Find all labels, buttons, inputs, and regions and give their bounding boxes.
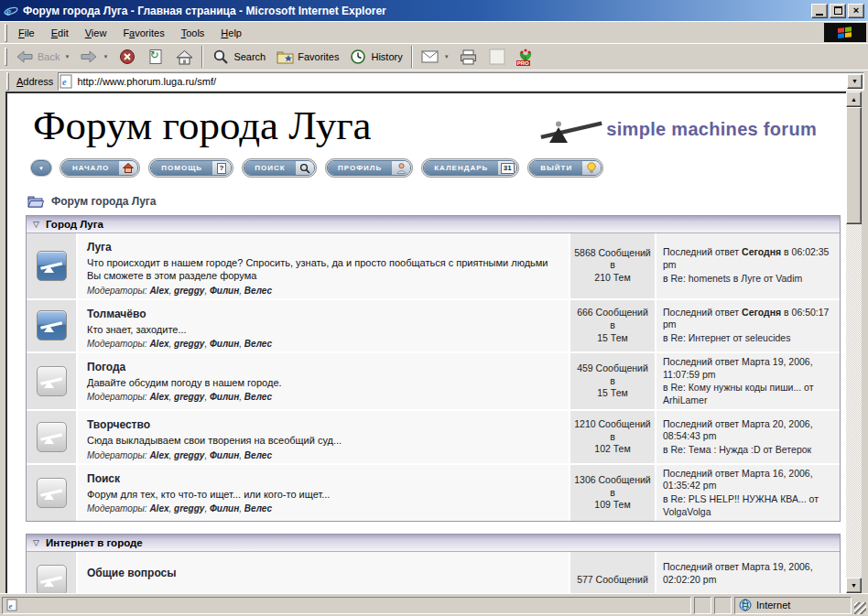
board-link[interactable]: Толмачёво: [87, 308, 146, 320]
moderator-link[interactable]: Велес: [244, 450, 272, 460]
nav-help-button[interactable]: ПОМОЩЬ ?: [148, 158, 233, 178]
menu-label: iew: [92, 27, 107, 38]
back-button[interactable]: Back ▼: [11, 46, 74, 69]
collapse-triangle-icon[interactable]: ▽: [33, 539, 39, 547]
moderator-link[interactable]: greggy: [174, 339, 204, 349]
menu-file[interactable]: File: [10, 24, 43, 42]
scroll-thumb[interactable]: [846, 107, 862, 224]
moderator-link[interactable]: Alex: [149, 392, 168, 402]
board-stats: 1210 Сообщений в 102 Тем: [570, 411, 655, 462]
menu-favorites[interactable]: Favorites: [114, 24, 172, 42]
lastpost-user-link[interactable]: VolgaVolga: [663, 506, 711, 517]
board-link[interactable]: Общие вопросы: [87, 567, 176, 579]
home-button[interactable]: [170, 46, 198, 69]
edit-button[interactable]: [483, 46, 511, 69]
board-stats: 5868 Сообщений в 210 Тем: [570, 233, 655, 298]
menu-edit[interactable]: Edit: [43, 24, 77, 42]
moderator-link[interactable]: greggy: [174, 286, 204, 296]
scroll-down-button[interactable]: ▼: [846, 578, 862, 593]
lastpost-prefix: Последний ответ: [663, 468, 739, 479]
board-status-icon-off: [37, 478, 67, 508]
lastpost-user-link[interactable]: ArhiLamer: [663, 394, 707, 405]
arrow-up-icon: ▲: [851, 96, 857, 103]
lastpost-today: Сегодня: [742, 246, 781, 257]
resize-grip[interactable]: [854, 602, 866, 614]
minimize-button[interactable]: [811, 4, 828, 18]
nav-calendar-button[interactable]: КАЛЕНДАРЬ 31: [421, 158, 519, 178]
history-button[interactable]: History: [344, 46, 407, 69]
moderator-link[interactable]: Велес: [244, 503, 272, 513]
lastpost-topic-link[interactable]: Re: Интернет: [671, 332, 731, 343]
moderator-link[interactable]: Филин: [210, 339, 239, 349]
lastpost-user-link[interactable]: seleucides: [745, 332, 791, 343]
lastpost-user-link[interactable]: Ветерок: [776, 444, 811, 455]
moderator-link[interactable]: Alex: [149, 450, 168, 460]
nav-search-button[interactable]: ПОИСК: [242, 158, 317, 178]
moderator-link[interactable]: Филин: [210, 286, 239, 296]
scroll-up-button[interactable]: ▲: [846, 92, 862, 107]
lastpost-topic-link[interactable]: Re: Кому нужны коды пиши...: [671, 382, 802, 393]
address-input[interactable]: [75, 76, 844, 87]
moderator-link[interactable]: Alex: [149, 503, 168, 513]
menu-help[interactable]: Help: [212, 24, 250, 42]
moderator-link[interactable]: greggy: [174, 392, 204, 402]
menu-view[interactable]: View: [77, 24, 115, 42]
pro-badge: PRO: [516, 60, 530, 66]
nav-profile-button[interactable]: ПРОФИЛЬ: [325, 158, 413, 178]
toolbar-grip[interactable]: [6, 72, 9, 91]
board-description: Кто знает, заходите...: [87, 323, 559, 336]
collapse-triangle-icon[interactable]: ▽: [33, 221, 39, 229]
moderator-link[interactable]: Филин: [210, 503, 239, 513]
toolbar-grip[interactable]: [5, 24, 7, 42]
board-link[interactable]: Поиск: [87, 472, 120, 485]
smf-logo: simple machines forum: [538, 110, 817, 148]
history-icon: [349, 48, 367, 66]
board-link[interactable]: Творчество: [87, 418, 150, 431]
lastpost-in: в: [663, 273, 668, 284]
stop-button[interactable]: [114, 46, 141, 69]
moderator-link[interactable]: greggy: [174, 450, 204, 460]
maximize-button[interactable]: [830, 4, 846, 18]
moderator-link[interactable]: Филин: [210, 392, 239, 402]
stats-in: в: [610, 259, 615, 272]
favorites-button[interactable]: Favorites: [271, 46, 343, 69]
board-icon-cell: [27, 465, 76, 522]
search-icon: [212, 48, 230, 66]
moderator-link[interactable]: Филин: [210, 450, 239, 460]
menu-tools[interactable]: Tools: [173, 24, 213, 42]
board-link[interactable]: Погода: [87, 361, 125, 373]
moderator-link[interactable]: Alex: [149, 286, 168, 296]
nav-logout-button[interactable]: ВЫЙТИ: [527, 158, 603, 178]
board-lastpost: Последний ответ Сегодня в 06:02:35 pm в …: [656, 233, 840, 298]
moderator-link[interactable]: Велес: [244, 392, 272, 402]
toolbar-grip[interactable]: [5, 48, 7, 66]
moderator-link[interactable]: Велес: [244, 339, 272, 349]
lastpost-user-link[interactable]: Vadim: [776, 273, 802, 284]
search-button[interactable]: Search: [207, 46, 270, 69]
category-title-link[interactable]: Город Луга: [46, 219, 103, 230]
vertical-scrollbar[interactable]: ▲ ▼: [846, 92, 862, 593]
mail-button[interactable]: ▼: [417, 46, 454, 69]
moderator-link[interactable]: Велес: [244, 286, 272, 296]
home-icon: [119, 161, 137, 175]
address-dropdown-button[interactable]: ▼: [847, 74, 863, 89]
forward-button[interactable]: ▼: [75, 46, 113, 69]
lastpost-topic-link[interactable]: Re: homenets в Луге: [671, 273, 761, 284]
translator-pro-button[interactable]: PRO: [512, 46, 539, 69]
moderator-link[interactable]: Alex: [149, 339, 168, 349]
board-posts-count: 459 Сообщений: [577, 362, 648, 375]
moderator-link[interactable]: greggy: [174, 503, 204, 513]
print-button[interactable]: [455, 46, 483, 69]
board-status-icon-off: [37, 366, 67, 396]
category-title-link[interactable]: Интернет в городе: [46, 537, 143, 548]
collapse-header-button[interactable]: ▼: [31, 160, 51, 176]
board-lastpost: Последний ответ Марта 19, 2006, 02:02:20…: [656, 552, 840, 593]
lastpost-topic-link[interactable]: Re: PLS HELP!! НУЖНА КВА...: [671, 493, 807, 504]
board-posts-count: 5868 Сообщений: [574, 247, 650, 260]
board-link[interactable]: Луга: [87, 241, 112, 254]
category-header: ▽ Интернет в городе: [27, 535, 840, 552]
nav-home-button[interactable]: НАЧАЛО: [60, 158, 140, 178]
lastpost-topic-link[interactable]: Re: Тема : Нужда :D: [671, 444, 761, 455]
refresh-button[interactable]: ↻: [142, 46, 169, 69]
close-button[interactable]: ×: [848, 4, 864, 18]
